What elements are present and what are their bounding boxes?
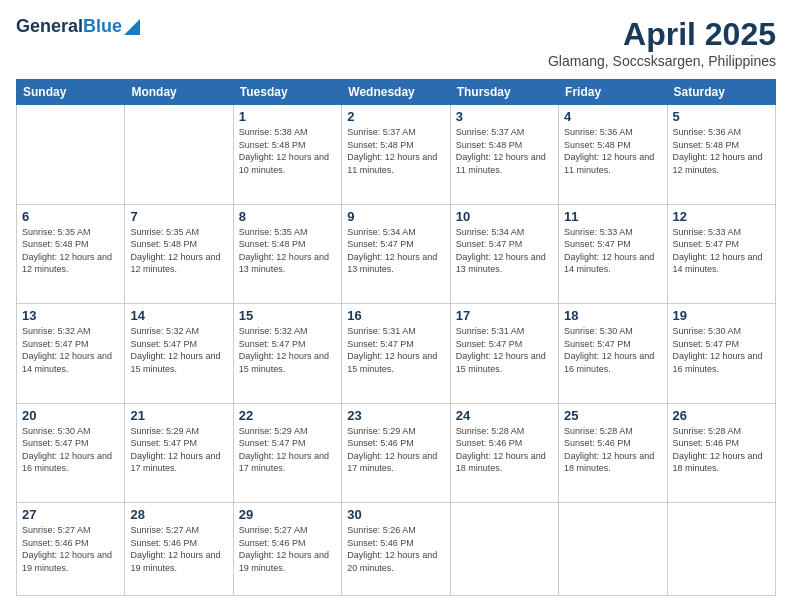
table-row: 29Sunrise: 5:27 AM Sunset: 5:46 PM Dayli… bbox=[233, 503, 341, 596]
table-row: 5Sunrise: 5:36 AM Sunset: 5:48 PM Daylig… bbox=[667, 105, 775, 205]
day-number: 17 bbox=[456, 308, 553, 323]
day-info: Sunrise: 5:35 AM Sunset: 5:48 PM Dayligh… bbox=[130, 226, 227, 276]
table-row: 4Sunrise: 5:36 AM Sunset: 5:48 PM Daylig… bbox=[559, 105, 667, 205]
day-info: Sunrise: 5:27 AM Sunset: 5:46 PM Dayligh… bbox=[239, 524, 336, 574]
day-info: Sunrise: 5:26 AM Sunset: 5:46 PM Dayligh… bbox=[347, 524, 444, 574]
table-row: 16Sunrise: 5:31 AM Sunset: 5:47 PM Dayli… bbox=[342, 304, 450, 404]
table-row bbox=[559, 503, 667, 596]
day-info: Sunrise: 5:37 AM Sunset: 5:48 PM Dayligh… bbox=[347, 126, 444, 176]
day-info: Sunrise: 5:32 AM Sunset: 5:47 PM Dayligh… bbox=[239, 325, 336, 375]
title-block: April 2025 Glamang, Soccsksargen, Philip… bbox=[548, 16, 776, 69]
month-title: April 2025 bbox=[548, 16, 776, 53]
table-row: 30Sunrise: 5:26 AM Sunset: 5:46 PM Dayli… bbox=[342, 503, 450, 596]
day-info: Sunrise: 5:29 AM Sunset: 5:47 PM Dayligh… bbox=[239, 425, 336, 475]
col-friday: Friday bbox=[559, 80, 667, 105]
calendar-table: Sunday Monday Tuesday Wednesday Thursday… bbox=[16, 79, 776, 596]
day-number: 16 bbox=[347, 308, 444, 323]
table-row: 10Sunrise: 5:34 AM Sunset: 5:47 PM Dayli… bbox=[450, 204, 558, 304]
day-number: 8 bbox=[239, 209, 336, 224]
day-number: 29 bbox=[239, 507, 336, 522]
day-number: 5 bbox=[673, 109, 770, 124]
calendar-header-row: Sunday Monday Tuesday Wednesday Thursday… bbox=[17, 80, 776, 105]
table-row: 13Sunrise: 5:32 AM Sunset: 5:47 PM Dayli… bbox=[17, 304, 125, 404]
day-number: 13 bbox=[22, 308, 119, 323]
table-row bbox=[667, 503, 775, 596]
day-number: 3 bbox=[456, 109, 553, 124]
table-row: 15Sunrise: 5:32 AM Sunset: 5:47 PM Dayli… bbox=[233, 304, 341, 404]
day-number: 2 bbox=[347, 109, 444, 124]
table-row: 3Sunrise: 5:37 AM Sunset: 5:48 PM Daylig… bbox=[450, 105, 558, 205]
table-row: 7Sunrise: 5:35 AM Sunset: 5:48 PM Daylig… bbox=[125, 204, 233, 304]
col-monday: Monday bbox=[125, 80, 233, 105]
day-number: 10 bbox=[456, 209, 553, 224]
day-number: 26 bbox=[673, 408, 770, 423]
day-number: 14 bbox=[130, 308, 227, 323]
day-number: 9 bbox=[347, 209, 444, 224]
table-row: 23Sunrise: 5:29 AM Sunset: 5:46 PM Dayli… bbox=[342, 403, 450, 503]
table-row bbox=[125, 105, 233, 205]
day-info: Sunrise: 5:32 AM Sunset: 5:47 PM Dayligh… bbox=[130, 325, 227, 375]
col-tuesday: Tuesday bbox=[233, 80, 341, 105]
table-row bbox=[450, 503, 558, 596]
table-row: 14Sunrise: 5:32 AM Sunset: 5:47 PM Dayli… bbox=[125, 304, 233, 404]
day-info: Sunrise: 5:34 AM Sunset: 5:47 PM Dayligh… bbox=[456, 226, 553, 276]
logo: General Blue bbox=[16, 16, 140, 37]
table-row: 22Sunrise: 5:29 AM Sunset: 5:47 PM Dayli… bbox=[233, 403, 341, 503]
day-number: 7 bbox=[130, 209, 227, 224]
day-info: Sunrise: 5:30 AM Sunset: 5:47 PM Dayligh… bbox=[564, 325, 661, 375]
table-row: 20Sunrise: 5:30 AM Sunset: 5:47 PM Dayli… bbox=[17, 403, 125, 503]
table-row: 25Sunrise: 5:28 AM Sunset: 5:46 PM Dayli… bbox=[559, 403, 667, 503]
table-row: 24Sunrise: 5:28 AM Sunset: 5:46 PM Dayli… bbox=[450, 403, 558, 503]
logo-general-text: General bbox=[16, 16, 83, 37]
day-info: Sunrise: 5:29 AM Sunset: 5:47 PM Dayligh… bbox=[130, 425, 227, 475]
day-number: 25 bbox=[564, 408, 661, 423]
table-row: 27Sunrise: 5:27 AM Sunset: 5:46 PM Dayli… bbox=[17, 503, 125, 596]
svg-marker-0 bbox=[124, 19, 140, 35]
table-row: 18Sunrise: 5:30 AM Sunset: 5:47 PM Dayli… bbox=[559, 304, 667, 404]
table-row: 6Sunrise: 5:35 AM Sunset: 5:48 PM Daylig… bbox=[17, 204, 125, 304]
table-row: 17Sunrise: 5:31 AM Sunset: 5:47 PM Dayli… bbox=[450, 304, 558, 404]
table-row: 2Sunrise: 5:37 AM Sunset: 5:48 PM Daylig… bbox=[342, 105, 450, 205]
day-number: 6 bbox=[22, 209, 119, 224]
day-number: 28 bbox=[130, 507, 227, 522]
day-info: Sunrise: 5:35 AM Sunset: 5:48 PM Dayligh… bbox=[239, 226, 336, 276]
day-info: Sunrise: 5:31 AM Sunset: 5:47 PM Dayligh… bbox=[456, 325, 553, 375]
day-info: Sunrise: 5:28 AM Sunset: 5:46 PM Dayligh… bbox=[564, 425, 661, 475]
day-info: Sunrise: 5:29 AM Sunset: 5:46 PM Dayligh… bbox=[347, 425, 444, 475]
table-row bbox=[17, 105, 125, 205]
day-info: Sunrise: 5:35 AM Sunset: 5:48 PM Dayligh… bbox=[22, 226, 119, 276]
table-row: 11Sunrise: 5:33 AM Sunset: 5:47 PM Dayli… bbox=[559, 204, 667, 304]
day-info: Sunrise: 5:33 AM Sunset: 5:47 PM Dayligh… bbox=[564, 226, 661, 276]
day-number: 18 bbox=[564, 308, 661, 323]
table-row: 28Sunrise: 5:27 AM Sunset: 5:46 PM Dayli… bbox=[125, 503, 233, 596]
day-number: 30 bbox=[347, 507, 444, 522]
logo-blue-text: Blue bbox=[83, 16, 122, 37]
day-number: 22 bbox=[239, 408, 336, 423]
day-info: Sunrise: 5:30 AM Sunset: 5:47 PM Dayligh… bbox=[673, 325, 770, 375]
header: General Blue April 2025 Glamang, Soccsks… bbox=[16, 16, 776, 69]
day-info: Sunrise: 5:27 AM Sunset: 5:46 PM Dayligh… bbox=[22, 524, 119, 574]
day-info: Sunrise: 5:31 AM Sunset: 5:47 PM Dayligh… bbox=[347, 325, 444, 375]
day-info: Sunrise: 5:36 AM Sunset: 5:48 PM Dayligh… bbox=[673, 126, 770, 176]
day-info: Sunrise: 5:33 AM Sunset: 5:47 PM Dayligh… bbox=[673, 226, 770, 276]
day-info: Sunrise: 5:37 AM Sunset: 5:48 PM Dayligh… bbox=[456, 126, 553, 176]
day-number: 11 bbox=[564, 209, 661, 224]
page: General Blue April 2025 Glamang, Soccsks… bbox=[0, 0, 792, 612]
location: Glamang, Soccsksargen, Philippines bbox=[548, 53, 776, 69]
day-number: 27 bbox=[22, 507, 119, 522]
col-wednesday: Wednesday bbox=[342, 80, 450, 105]
day-number: 19 bbox=[673, 308, 770, 323]
day-info: Sunrise: 5:36 AM Sunset: 5:48 PM Dayligh… bbox=[564, 126, 661, 176]
table-row: 12Sunrise: 5:33 AM Sunset: 5:47 PM Dayli… bbox=[667, 204, 775, 304]
col-saturday: Saturday bbox=[667, 80, 775, 105]
col-sunday: Sunday bbox=[17, 80, 125, 105]
day-info: Sunrise: 5:28 AM Sunset: 5:46 PM Dayligh… bbox=[673, 425, 770, 475]
col-thursday: Thursday bbox=[450, 80, 558, 105]
day-number: 1 bbox=[239, 109, 336, 124]
day-info: Sunrise: 5:28 AM Sunset: 5:46 PM Dayligh… bbox=[456, 425, 553, 475]
day-number: 23 bbox=[347, 408, 444, 423]
day-number: 4 bbox=[564, 109, 661, 124]
day-info: Sunrise: 5:27 AM Sunset: 5:46 PM Dayligh… bbox=[130, 524, 227, 574]
day-number: 20 bbox=[22, 408, 119, 423]
day-number: 21 bbox=[130, 408, 227, 423]
